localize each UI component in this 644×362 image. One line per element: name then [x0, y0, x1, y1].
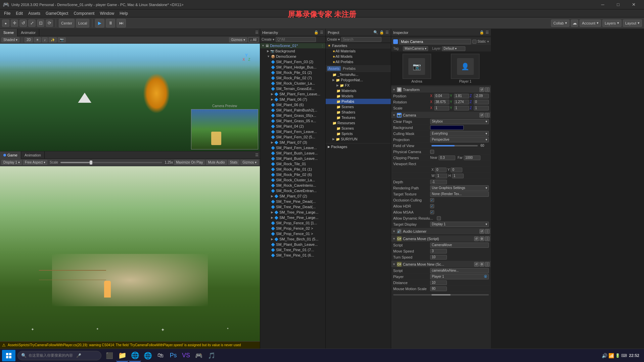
inspector-slider[interactable]	[393, 294, 489, 296]
taskbar-clock[interactable]: 22:52	[629, 353, 639, 358]
start-btn[interactable]	[2, 350, 15, 361]
physical-camera-checkbox[interactable]	[430, 150, 434, 154]
cmn-player-value[interactable]: Player 1 ⦿	[430, 274, 489, 279]
occlusion-checkbox[interactable]	[430, 198, 434, 202]
fav-all-materials[interactable]: ★ All Materials	[326, 48, 391, 54]
hierarchy-item-30[interactable]: 🔷SM_Prop_Fence_01 [1...	[260, 220, 325, 226]
far-value[interactable]	[464, 155, 480, 160]
tray-icon-4[interactable]: ⌨	[621, 353, 627, 358]
hierarchy-item-31[interactable]: 🔷SM_Prop_Fence_02 >	[260, 226, 325, 231]
inspector-menu[interactable]: ☰	[486, 30, 489, 35]
camera-move-header[interactable]: ▼ C# Camera Move (Script) ↺ ⚙ ⋮	[391, 235, 491, 242]
tab-animator[interactable]: Animator	[17, 29, 39, 36]
space-btn[interactable]: Local	[76, 19, 89, 28]
asset-spricts[interactable]: 📁Spricts	[326, 131, 391, 136]
maximize-on-play[interactable]: Maximize On Play	[174, 160, 205, 165]
hierarchy-item-10[interactable]: 🔷SM_Plant_Grass_05(x...	[260, 113, 325, 118]
taskbar-vs[interactable]: VS	[180, 350, 192, 362]
static-checkbox[interactable]	[472, 40, 476, 44]
hierarchy-item-14[interactable]: 🔷SM_Plant_Fern_02 (5...	[260, 134, 325, 140]
hierarchy-item-27[interactable]: 🔷SM_Tree_Pine_Dead(...	[260, 204, 325, 210]
hierarchy-item-29[interactable]: ▶🔷SM_Tree_Pine_Large...	[260, 215, 325, 220]
scale-x[interactable]	[434, 106, 449, 110]
step-btn[interactable]: ⏭	[117, 19, 126, 28]
position-z[interactable]	[474, 94, 489, 98]
tray-icon-3[interactable]: 🔋	[615, 353, 620, 358]
cmn-distance-value[interactable]	[430, 280, 447, 285]
projection-dropdown[interactable]: Perspective▾	[430, 137, 489, 142]
cm-reset[interactable]: ↺	[474, 236, 479, 241]
hierarchy-item-32[interactable]: 🔷SM_Prop_Fence_01 >	[260, 231, 325, 236]
avatar-player1[interactable]: 👤 Player 1	[442, 54, 489, 83]
cm-more[interactable]: ⋮	[485, 236, 490, 241]
create-dropdown[interactable]: Create ▾	[262, 38, 274, 41]
hierarchy-item-19[interactable]: 🔷SM_Rock_Tile_01	[260, 161, 325, 167]
cmn-mouse-value[interactable]	[430, 286, 447, 291]
background-color[interactable]	[430, 125, 464, 130]
hierarchy-item-12[interactable]: 🔷SM_Plant_04 (2)	[260, 124, 325, 129]
tab-animation[interactable]: Animation	[21, 151, 45, 159]
account-btn[interactable]: Account ▾	[580, 19, 601, 27]
close-btn[interactable]: ✕	[626, 0, 641, 9]
hierarchy-item-15[interactable]: ▶🔷SM_Plant_07 (3)	[260, 140, 325, 145]
allow-hdr-checkbox[interactable]	[430, 204, 434, 208]
rotate-tool[interactable]: ↺	[19, 19, 27, 27]
transform-tool[interactable]: ⟳	[46, 19, 53, 27]
hierarchy-item-7[interactable]: ▶🔷SM_Plant_06 (7)	[260, 97, 325, 102]
obj-active-toggle[interactable]	[393, 39, 398, 44]
rotation-z[interactable]	[474, 100, 489, 104]
hierarchy-item-23[interactable]: 🔷SM_Rock_CaveInterio...	[260, 183, 325, 188]
asset-prefabs[interactable]: 📁Prefabs	[326, 99, 391, 104]
audio-listener-header[interactable]: ▼ 🔊 Audio Listener ↺ ⋮	[391, 228, 491, 235]
taskbar-chrome[interactable]: 🌐	[142, 350, 154, 362]
layer-dropdown[interactable]: Default ▾	[442, 46, 465, 51]
shaded-dropdown[interactable]: Shaded ▾	[1, 37, 19, 42]
cm-script-value[interactable]: CameraMove	[430, 242, 489, 248]
pause-btn[interactable]: ⏸	[106, 19, 115, 28]
minimize-btn[interactable]: ─	[595, 0, 610, 9]
cm-speed-value[interactable]	[430, 249, 447, 254]
mute-audio[interactable]: Mute Audio	[206, 160, 227, 165]
menu-assets[interactable]: Assets	[26, 10, 43, 16]
hierarchy-item-33[interactable]: ▶🔷SM_Tree_Birch_01 (5...	[260, 236, 325, 242]
hierarchy-item-background[interactable]: ▶ 📷 Background	[260, 48, 325, 54]
taskbar-store[interactable]: 🛍	[154, 350, 167, 362]
asset-shaders[interactable]: 📁Shaders	[326, 109, 391, 115]
menu-help[interactable]: Help	[117, 10, 131, 16]
hierarchy-item-2[interactable]: 🔷SM_Rock_Pile_01 (2)	[260, 70, 325, 75]
stats-btn[interactable]: Stats	[228, 160, 240, 165]
inspector-lock[interactable]: 🔒	[479, 30, 484, 35]
asset-models[interactable]: 📁Models	[326, 93, 391, 99]
hierarchy-item-3[interactable]: 🔷SM_Rock_Pile_02 (7)	[260, 75, 325, 81]
cmn-gear[interactable]: ⚙	[479, 262, 484, 267]
collab-btn[interactable]: Collab ▾	[551, 19, 569, 27]
project-lock[interactable]: 🔒	[379, 30, 384, 35]
create-dropdown-project[interactable]: Create ▾	[327, 38, 340, 41]
clear-flags-dropdown[interactable]: Skybox▾	[430, 119, 489, 124]
menu-file[interactable]: File	[1, 10, 13, 16]
game-gizmos[interactable]: Gizmos ▾	[240, 160, 259, 165]
pivot-btn[interactable]: Center	[59, 19, 75, 28]
game-panel-options[interactable]: ☰	[254, 153, 260, 157]
tray-icon-1[interactable]: 🔊	[602, 353, 607, 358]
play-btn[interactable]: ▶	[95, 19, 104, 28]
hierarchy-item-13[interactable]: 🔷SM_Plant_Fern_Leave...	[260, 129, 325, 134]
transform-component-header[interactable]: ▼ ⊞ Transform ↺ ⋮	[391, 86, 491, 93]
camera-reset[interactable]: ↺	[479, 113, 484, 118]
display-dropdown[interactable]: Display 1 ▾	[1, 160, 22, 165]
target-texture-dropdown[interactable]: None (Render Tex...	[430, 191, 489, 197]
hierarchy-item-1[interactable]: 🔷SM_Plant_Hedge_Bus...	[260, 64, 325, 70]
taskbar-ps[interactable]: Ps	[167, 350, 179, 362]
hand-tool[interactable]: ⬥	[2, 19, 9, 27]
taskbar-audio[interactable]: 🎵	[205, 350, 218, 362]
asset-scenes[interactable]: 📁Scenes	[326, 104, 391, 109]
hierarchy-item-28[interactable]: ▶🔷SM_Tree_Pine_Large...	[260, 210, 325, 215]
tab-game[interactable]: Game	[0, 151, 21, 159]
project-search-icon[interactable]: 🔍	[373, 30, 378, 35]
layout-btn[interactable]: Layout ▾	[623, 19, 642, 27]
hierarchy-item-4[interactable]: 🔷SM_Rock_Cluster_La...	[260, 81, 325, 86]
asset-scenes2[interactable]: 📁Scenes	[326, 126, 391, 131]
hierarchy-item-demoscene[interactable]: ▼ 📦 DemoScene	[260, 54, 325, 59]
tag-dropdown[interactable]: MainCamera ▾	[403, 46, 428, 51]
lighting-btn[interactable]: ☀	[34, 37, 41, 42]
